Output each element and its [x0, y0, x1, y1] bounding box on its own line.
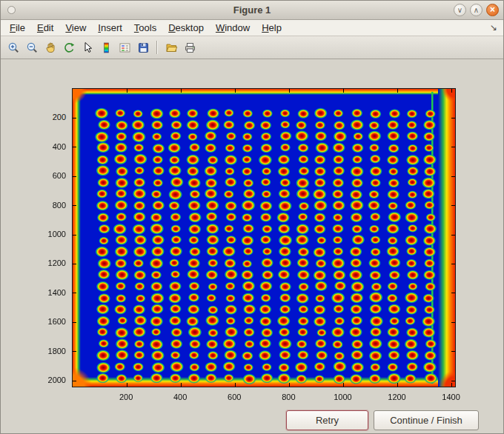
- x-tick-label: 1400: [437, 393, 466, 401]
- y-tick-label: 1000: [39, 230, 66, 238]
- window-controls: ∨ ∧ ×: [454, 4, 499, 16]
- retry-button[interactable]: Retry: [286, 410, 368, 430]
- menu-item-insert[interactable]: Insert: [92, 21, 128, 35]
- y-tick-label: 600: [39, 171, 66, 180]
- y-tick-label: 400: [39, 142, 66, 151]
- close-button[interactable]: ×: [486, 4, 499, 16]
- save-icon: [137, 41, 150, 54]
- toolbar-colorbar-button[interactable]: [97, 39, 115, 56]
- toolbar-zoom-in-button[interactable]: [4, 39, 22, 56]
- menu-item-edit[interactable]: Edit: [31, 21, 59, 35]
- y-tick-label: 1400: [39, 288, 66, 297]
- zoom-in-icon: [7, 41, 20, 54]
- print-icon: [184, 41, 196, 54]
- menu-item-label-rest: indow: [225, 22, 250, 33]
- menu-item-label-rest: nsert: [101, 22, 122, 33]
- zoom-out-icon: [26, 41, 39, 54]
- continue-finish-button[interactable]: Continue / Finish: [374, 410, 479, 430]
- y-tick-label: 1200: [39, 258, 66, 267]
- toolbar-pan-button[interactable]: [42, 39, 59, 56]
- y-tick-label: 200: [39, 113, 66, 121]
- figure-window: Figure 1 ∨ ∧ × FileEditViewInsertToolsDe…: [0, 0, 504, 434]
- maximize-button[interactable]: ∧: [470, 4, 483, 16]
- y-tick-label: 1600: [39, 317, 66, 326]
- x-tick-label: 1000: [328, 393, 357, 401]
- colorbar-icon: [100, 41, 113, 54]
- toolbar: [1, 36, 503, 59]
- open-icon: [165, 41, 178, 54]
- menu-item-accel: V: [65, 22, 71, 33]
- menu-item-window[interactable]: Window: [210, 21, 256, 35]
- menu-item-view[interactable]: View: [59, 21, 92, 35]
- toolbar-rotate-3d-button[interactable]: [60, 39, 78, 56]
- menu-item-help[interactable]: Help: [256, 21, 288, 35]
- toolbar-print-button[interactable]: [181, 39, 199, 56]
- x-tick-label: 1200: [382, 393, 412, 401]
- menu-item-accel: H: [262, 22, 268, 33]
- y-tick-label: 1800: [39, 347, 66, 355]
- menu-item-label-rest: esktop: [176, 22, 204, 33]
- toolbar-open-button[interactable]: [162, 39, 180, 56]
- figure-area: Retry Continue / Finish 2004006008001000…: [1, 59, 503, 433]
- plot-area: [72, 88, 456, 387]
- y-tick-label: 800: [39, 201, 66, 210]
- minimize-button[interactable]: ∨: [454, 4, 466, 16]
- rotate-3d-icon: [63, 41, 76, 54]
- menu-item-label-rest: elp: [269, 22, 282, 33]
- x-tick-label: 800: [273, 393, 303, 401]
- toolbar-separator: [156, 41, 158, 54]
- menu-bar: FileEditViewInsertToolsDesktopWindowHelp…: [1, 20, 503, 36]
- x-tick-label: 400: [165, 393, 195, 401]
- menu-item-file[interactable]: File: [4, 21, 31, 35]
- x-tick-label: 600: [219, 393, 249, 401]
- menu-item-label-rest: dit: [44, 22, 54, 33]
- toolbar-save-button[interactable]: [134, 39, 152, 56]
- legend-icon: [119, 41, 131, 54]
- y-tick-label: 2000: [39, 375, 66, 384]
- data-cursor-icon: [82, 41, 94, 54]
- window-titlebar: Figure 1 ∨ ∧ ×: [1, 1, 503, 20]
- pan-icon: [44, 41, 57, 54]
- x-tick-label: 200: [111, 393, 141, 401]
- menu-item-accel: D: [168, 22, 175, 33]
- menu-item-accel: W: [216, 22, 225, 33]
- toolbar-zoom-out-button[interactable]: [23, 39, 41, 56]
- window-title: Figure 1: [1, 4, 503, 16]
- dock-figure-button[interactable]: ↘: [490, 22, 497, 33]
- toolbar-data-cursor-button[interactable]: [79, 39, 96, 56]
- menu-item-label-rest: ools: [139, 22, 156, 33]
- menu-item-tools[interactable]: Tools: [128, 21, 162, 35]
- menu-item-desktop[interactable]: Desktop: [162, 21, 210, 35]
- menu-item-label-rest: ile: [16, 22, 25, 33]
- menu-item-accel: E: [37, 22, 44, 33]
- menu-item-accel: F: [10, 22, 16, 33]
- menu-item-label-rest: iew: [72, 22, 87, 33]
- plot-image[interactable]: [73, 89, 455, 387]
- toolbar-legend-button[interactable]: [116, 39, 133, 56]
